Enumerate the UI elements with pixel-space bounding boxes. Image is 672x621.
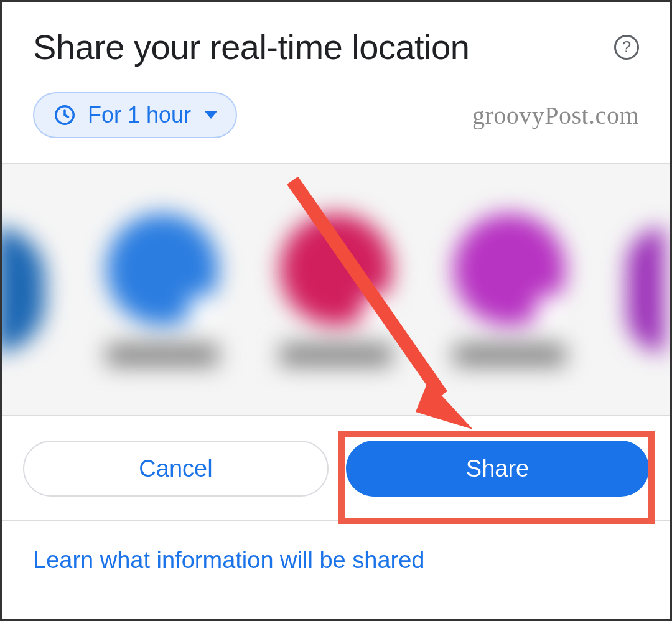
contact-item[interactable]	[454, 213, 566, 366]
duration-row: For 1 hour groovyPost.com	[2, 86, 670, 164]
share-button[interactable]: Share	[346, 441, 649, 497]
clock-icon	[53, 103, 77, 127]
watermark-text: groovyPost.com	[472, 101, 639, 130]
contact-avatar	[280, 213, 392, 325]
action-buttons: Cancel Share	[2, 416, 670, 521]
share-location-dialog: Share your real-time location ? For 1 ho…	[0, 0, 672, 621]
chevron-down-icon	[205, 111, 217, 119]
cancel-button[interactable]: Cancel	[23, 441, 329, 497]
help-icon[interactable]: ?	[614, 35, 639, 60]
contact-avatar	[106, 213, 218, 325]
duration-label: For 1 hour	[88, 102, 191, 128]
contacts-carousel[interactable]	[2, 164, 670, 416]
contact-avatar	[454, 213, 566, 325]
dialog-title: Share your real-time location	[33, 27, 469, 67]
contact-avatar[interactable]	[2, 228, 45, 352]
contact-item[interactable]	[280, 213, 392, 366]
duration-selector[interactable]: For 1 hour	[33, 92, 237, 138]
contact-item[interactable]	[106, 213, 218, 366]
contact-avatar[interactable]	[627, 228, 665, 352]
contact-name-blurred	[106, 344, 218, 366]
contact-name-blurred	[280, 344, 392, 366]
dialog-header: Share your real-time location ?	[2, 2, 670, 86]
learn-more-link[interactable]: Learn what information will be shared	[2, 521, 670, 600]
contact-name-blurred	[454, 344, 566, 366]
